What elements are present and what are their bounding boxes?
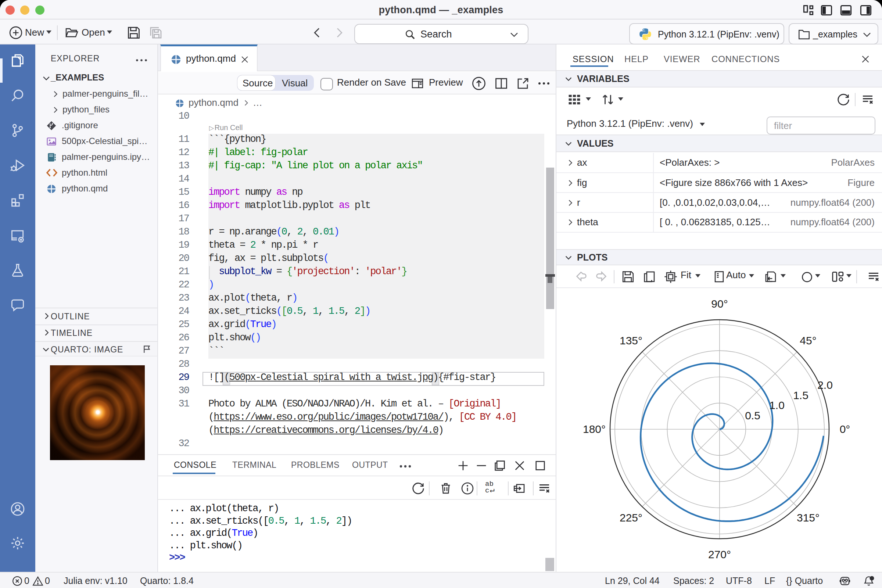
svg-text:1.0: 1.0 [769,399,784,411]
svg-text:315°: 315° [797,512,819,524]
svg-text:2.0: 2.0 [818,379,833,391]
svg-text:0°: 0° [840,423,850,435]
svg-text:45°: 45° [800,334,816,346]
svg-text:180°: 180° [583,423,606,435]
svg-text:225°: 225° [620,512,642,524]
svg-text:90°: 90° [711,298,728,310]
svg-text:135°: 135° [620,334,642,346]
svg-text:0.5: 0.5 [745,410,760,422]
svg-text:270°: 270° [708,548,731,560]
svg-text:1.5: 1.5 [793,389,808,401]
